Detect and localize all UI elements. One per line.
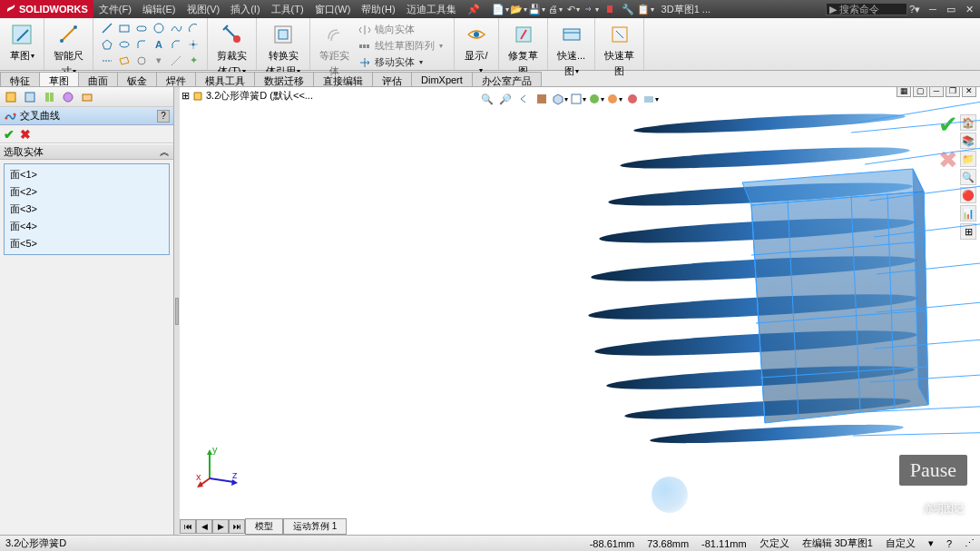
bottom-tab-motion[interactable]: 运动算例 1 (283, 518, 347, 535)
mirror-button[interactable]: 镜向实体 (357, 22, 445, 37)
spline-icon[interactable] (168, 20, 184, 35)
print-icon[interactable]: 🖨▾ (547, 2, 564, 16)
trim2-icon[interactable] (133, 53, 150, 68)
polygon-icon[interactable] (99, 36, 115, 52)
plane-icon[interactable] (116, 53, 132, 68)
orientation-triad[interactable]: y z x (196, 444, 241, 489)
chamfer-icon[interactable] (168, 36, 184, 52)
misc-icon[interactable]: ✦ (185, 53, 201, 68)
offset-button[interactable]: 等距实 体 (316, 20, 353, 80)
hide-show-icon[interactable]: ▾ (588, 91, 604, 107)
menu-window[interactable]: 窗口(W) (309, 3, 357, 16)
menu-insert[interactable]: 插入(I) (225, 3, 265, 16)
rect-icon[interactable] (116, 20, 132, 35)
list-item[interactable]: 面<1> (6, 166, 167, 183)
minimize-icon[interactable]: ─ (926, 2, 940, 16)
help-icon[interactable]: ?▾ (907, 2, 922, 16)
status-help-icon[interactable]: ? (946, 538, 952, 549)
fm-prop-icon[interactable] (21, 89, 39, 105)
first-icon[interactable]: ⏮ (180, 519, 196, 534)
status-menu-icon[interactable]: ▾ (928, 537, 934, 549)
fm-dim-icon[interactable] (59, 89, 77, 105)
close-icon[interactable]: ✕ (962, 2, 976, 16)
arc-icon[interactable] (185, 20, 201, 35)
help-button[interactable]: ? (157, 110, 170, 123)
centerline-icon[interactable] (99, 53, 115, 68)
point-icon[interactable] (185, 36, 201, 52)
fm-display-icon[interactable] (78, 89, 96, 105)
tab-dimxpert[interactable]: DimXpert (411, 72, 473, 86)
graphics-viewport[interactable]: ▦ ▢ ─ ❐ ✕ ⊞ 3.2心形弹簧D (默认<<... 🔍 🔎 ▾ ▾ ▾ … (180, 87, 980, 535)
zoom-area-icon[interactable]: 🔎 (497, 91, 514, 107)
tab-sheetmetal[interactable]: 钣金 (117, 72, 157, 86)
list-item[interactable]: 面<4> (6, 218, 167, 235)
fillet-icon[interactable] (133, 36, 150, 52)
slot-icon[interactable] (133, 20, 150, 35)
chevron-up-icon[interactable]: ︽ (160, 145, 170, 159)
appearance-icon[interactable] (624, 91, 641, 107)
menu-view[interactable]: 视图(V) (181, 3, 226, 16)
selection-list[interactable]: 面<1> 面<2> 面<3> 面<4> 面<5> (4, 163, 170, 255)
menu-file[interactable]: 文件(F) (93, 3, 137, 16)
view-settings-icon[interactable]: ▾ (642, 91, 659, 107)
menu-maidi[interactable]: 迈迪工具集 (401, 3, 462, 16)
next-icon[interactable]: ▶ (212, 519, 229, 534)
scene-icon[interactable]: ▾ (606, 91, 622, 107)
prev-view-icon[interactable] (515, 91, 532, 107)
tab-data[interactable]: 数据迁移 (254, 72, 314, 86)
maximize-icon[interactable]: ▭ (944, 2, 958, 16)
sketch-button[interactable]: 草图▾ (5, 20, 38, 64)
bottom-tab-model[interactable]: 模型 (245, 518, 283, 535)
menu-pin-icon[interactable]: 📌 (462, 4, 485, 15)
status-custom[interactable]: 自定义 (886, 536, 916, 550)
list-item[interactable]: 面<3> (6, 201, 167, 218)
status-grip-icon[interactable]: ⋰ (965, 537, 975, 549)
rapid-button[interactable]: 快速... 图▾ (554, 20, 589, 80)
zoom-fit-icon[interactable]: 🔍 (479, 91, 495, 107)
section-icon[interactable] (534, 91, 550, 107)
prev-icon[interactable]: ◀ (196, 519, 212, 534)
display-style-icon[interactable]: ▾ (570, 91, 586, 107)
list-item[interactable]: 面<2> (6, 183, 167, 201)
fm-tree-icon[interactable] (2, 89, 20, 105)
redo-icon[interactable]: ▾ (583, 2, 600, 16)
list-item[interactable]: 面<5> (6, 235, 167, 252)
menu-tools[interactable]: 工具(T) (266, 3, 309, 16)
move-button[interactable]: 移动实体▾ (357, 54, 445, 70)
ellipse-icon[interactable] (116, 36, 132, 52)
text-icon[interactable]: A (151, 36, 167, 52)
tab-mold[interactable]: 模具工具 (195, 72, 255, 86)
options-icon[interactable]: 📋▾ (638, 2, 654, 16)
menu-help[interactable]: 帮助(H) (356, 3, 400, 16)
circle-icon[interactable] (151, 20, 167, 35)
last-icon[interactable]: ⏭ (229, 519, 245, 534)
more-icon[interactable]: ▾ (151, 53, 167, 68)
select-icon[interactable] (602, 2, 618, 16)
search-input[interactable]: ▶搜索命令 (826, 3, 907, 15)
section-header[interactable]: 选取实体 ︽ (0, 143, 173, 160)
tab-office[interactable]: 办公室产品 (472, 72, 542, 86)
display-button[interactable]: 显示/ ...▾ (460, 20, 493, 77)
tab-evaluate[interactable]: 评估 (372, 72, 412, 86)
cancel-icon[interactable]: ✖ (20, 127, 31, 142)
tab-feature[interactable]: 特征 (0, 72, 40, 86)
menu-edit[interactable]: 编辑(E) (137, 3, 181, 16)
view-orient-icon[interactable]: ▾ (552, 91, 568, 107)
new-icon[interactable]: 📄▾ (493, 2, 509, 16)
undo-icon[interactable]: ↶▾ (565, 2, 582, 16)
expand-icon[interactable]: ⊞ (181, 90, 190, 102)
fm-config-icon[interactable] (40, 89, 58, 105)
svg-text:x: x (196, 471, 201, 482)
line-icon[interactable] (99, 20, 115, 35)
tab-sketch[interactable]: 草图 (39, 72, 79, 86)
rapid2-button[interactable]: 快速草 图 (601, 20, 638, 80)
tab-weldment[interactable]: 焊件 (156, 72, 196, 86)
open-icon[interactable]: 📂▾ (511, 2, 527, 16)
linear-pattern-button[interactable]: 线性草图阵列▾ (357, 38, 445, 54)
ok-icon[interactable]: ✔ (4, 127, 15, 142)
tab-surface[interactable]: 曲面 (78, 72, 118, 86)
save-icon[interactable]: 💾▾ (529, 2, 545, 16)
construction-icon[interactable] (168, 53, 184, 68)
flyout-tree[interactable]: ⊞ 3.2心形弹簧D (默认<<... (181, 89, 313, 103)
rebuild-icon[interactable]: 🔧 (620, 2, 636, 16)
